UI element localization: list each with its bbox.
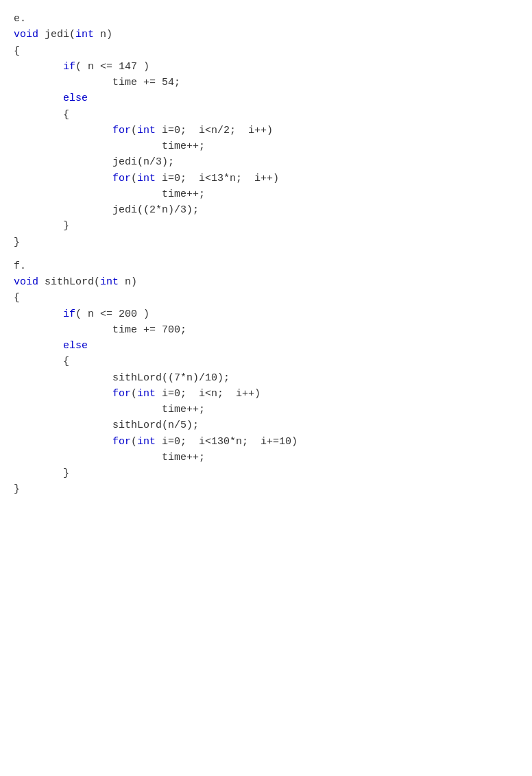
code-text: } — [14, 483, 20, 495]
code-line: jedi((2*n)/3); — [14, 202, 518, 218]
code-line: { — [14, 290, 518, 306]
code-text: ( — [131, 388, 137, 400]
spacer — [14, 250, 518, 258]
code-line: jedi(n/3); — [14, 154, 518, 170]
code-text: ( — [131, 125, 137, 136]
keyword: int — [137, 436, 156, 448]
code-text: time++; — [14, 189, 205, 200]
code-text: i=0; i<n; i++) — [156, 388, 261, 400]
keyword: for — [112, 173, 131, 184]
code-text: } — [14, 220, 69, 232]
code-text — [14, 61, 63, 73]
code-line: time++; — [14, 138, 518, 154]
code-text: i=0; i<n/2; i++) — [156, 125, 273, 136]
code-line: sithLord((7*n)/10); — [14, 370, 518, 386]
code-line: e. — [14, 11, 518, 27]
code-line: } — [14, 465, 518, 481]
code-text: i=0; i<130*n; i+=10) — [156, 436, 298, 448]
code-line: void sithLord(int n) — [14, 274, 518, 290]
code-line: sithLord(n/5); — [14, 417, 518, 433]
keyword: int — [100, 276, 119, 288]
code-line: else — [14, 338, 518, 354]
code-line: { — [14, 107, 518, 123]
keyword: else — [63, 93, 88, 104]
code-text: time++; — [14, 141, 205, 152]
code-text: sithLord( — [38, 276, 100, 288]
keyword: int — [137, 388, 156, 400]
code-line: f. — [14, 258, 518, 274]
keyword: void — [14, 276, 38, 288]
code-line: { — [14, 354, 518, 369]
code-text — [14, 308, 63, 320]
code-text: jedi((2*n)/3); — [14, 204, 199, 216]
code-text — [14, 436, 112, 448]
code-line: for(int i=0; i<n/2; i++) — [14, 123, 518, 138]
keyword: for — [112, 125, 131, 136]
code-line: time++; — [14, 450, 518, 465]
code-line: for(int i=0; i<13*n; i++) — [14, 171, 518, 186]
code-text: } — [14, 468, 69, 479]
code-text — [14, 340, 63, 352]
code-line: void jedi(int n) — [14, 27, 518, 43]
code-line: for(int i=0; i<130*n; i+=10) — [14, 434, 518, 450]
code-line: time += 54; — [14, 75, 518, 90]
code-text: { — [14, 292, 20, 304]
code-text: jedi(n/3); — [14, 156, 174, 168]
code-line: for(int i=0; i<n; i++) — [14, 386, 518, 402]
code-text: f. — [14, 260, 26, 272]
keyword: if — [63, 61, 75, 73]
code-text: time++; — [14, 452, 205, 463]
code-text — [14, 93, 63, 104]
keyword: int — [137, 125, 156, 136]
code-text: sithLord(n/5); — [14, 420, 199, 431]
code-text: { — [14, 45, 20, 57]
keyword: for — [112, 388, 131, 400]
code-line: } — [14, 234, 518, 250]
code-text: { — [14, 109, 69, 121]
code-line: if( n <= 147 ) — [14, 59, 518, 75]
keyword: for — [112, 436, 131, 448]
code-line: } — [14, 218, 518, 234]
keyword: else — [63, 340, 88, 352]
code-display: e.void jedi(int n){ if( n <= 147 ) time … — [14, 11, 518, 498]
keyword: if — [63, 308, 75, 320]
code-text: ( — [131, 173, 137, 184]
code-text: { — [14, 356, 69, 367]
code-text: sithLord((7*n)/10); — [14, 372, 230, 384]
code-text: n) — [94, 29, 112, 40]
code-line: } — [14, 481, 518, 497]
code-text: ( n <= 200 ) — [75, 308, 149, 320]
code-text: e. — [14, 13, 26, 25]
code-text: ( — [131, 436, 137, 448]
code-line: else — [14, 90, 518, 106]
keyword: int — [75, 29, 94, 40]
code-line: time++; — [14, 186, 518, 202]
code-text: i=0; i<13*n; i++) — [156, 173, 279, 184]
code-text: ( n <= 147 ) — [75, 61, 149, 73]
code-line: { — [14, 43, 518, 59]
code-text — [14, 173, 112, 184]
code-text: time += 700; — [14, 324, 186, 336]
code-text: jedi( — [38, 29, 75, 40]
keyword: void — [14, 29, 38, 40]
code-text — [14, 388, 112, 400]
code-text: time += 54; — [14, 77, 180, 88]
keyword: int — [137, 173, 156, 184]
code-text — [14, 125, 112, 136]
code-line: time++; — [14, 402, 518, 417]
code-line: time += 700; — [14, 322, 518, 338]
code-text: n) — [119, 276, 137, 288]
code-line: if( n <= 200 ) — [14, 306, 518, 322]
code-text: } — [14, 237, 20, 248]
code-text: time++; — [14, 404, 205, 415]
